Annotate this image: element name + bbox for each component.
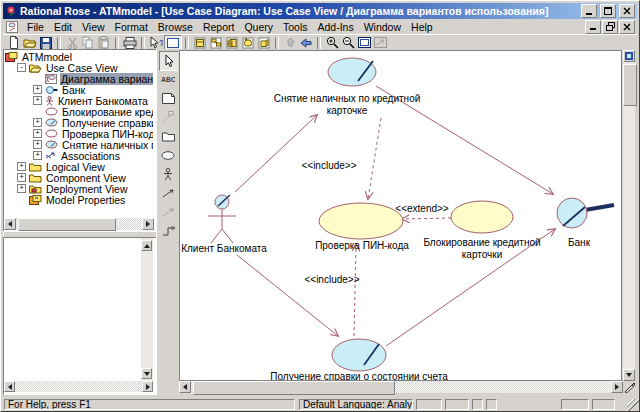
- tree-item-use-case-diagram[interactable]: Диаграмма вариантов использования: [5, 73, 153, 84]
- tree-item-client[interactable]: + Клиент Банкомата: [5, 95, 153, 106]
- tree-item-use-case-view[interactable]: - Use Case View: [5, 62, 153, 73]
- use-case-diagram-canvas[interactable]: <<include>> <<include>> <<extend>> Сняти…: [179, 50, 622, 381]
- menu-help[interactable]: Help: [406, 20, 438, 34]
- tree-item-associations[interactable]: + Associations: [5, 150, 153, 161]
- browse-parent-icon[interactable]: [282, 36, 298, 50]
- expand-icon[interactable]: +: [17, 162, 26, 171]
- doc-horizontal-scrollbar[interactable]: [4, 381, 153, 392]
- expand-icon[interactable]: +: [33, 96, 42, 105]
- diagram-navigator-icon[interactable]: [623, 50, 635, 62]
- mdi-child-icon[interactable]: [6, 21, 19, 33]
- dependency-tool-icon[interactable]: [159, 203, 177, 221]
- save-icon[interactable]: [38, 36, 54, 50]
- tree-item-withdraw[interactable]: + Снятие наличных по кредитной карточке: [5, 139, 153, 150]
- note-tool-icon[interactable]: [159, 89, 177, 107]
- canvas-horizontal-scrollbar[interactable]: [179, 381, 623, 393]
- collapse-icon[interactable]: -: [17, 63, 26, 72]
- browse-state-machine-diagram-icon[interactable]: [240, 36, 256, 50]
- paste-icon[interactable]: [96, 36, 112, 50]
- zoom-out-icon[interactable]: [340, 36, 356, 50]
- tree-item-bank[interactable]: + Банк: [5, 84, 153, 95]
- actor-bank[interactable]: Банк: [557, 198, 614, 248]
- mdi-close-button[interactable]: [619, 20, 635, 34]
- tree-item-deployment-view[interactable]: + Deployment View: [5, 183, 153, 194]
- expand-icon[interactable]: +: [17, 173, 26, 182]
- tree-item-block-card[interactable]: Блокирование кредитной карточки: [5, 106, 153, 117]
- scroll-right-icon[interactable]: [142, 381, 153, 392]
- new-model-icon[interactable]: [6, 36, 22, 50]
- menu-format[interactable]: Format: [110, 20, 153, 34]
- browse-class-diagram-icon[interactable]: [192, 36, 208, 50]
- scrollbar-thumb[interactable]: [18, 218, 116, 231]
- tree-item-check-pin[interactable]: + Проверка ПИН-кода: [5, 128, 153, 139]
- browse-previous-icon[interactable]: [298, 36, 314, 50]
- zoom-in-icon[interactable]: [324, 36, 340, 50]
- expand-icon[interactable]: +: [33, 85, 42, 94]
- expand-icon[interactable]: +: [33, 140, 42, 149]
- tree-item-logical-view[interactable]: + Logical View: [5, 161, 153, 172]
- tree-item-atmmodel[interactable]: ATMmodel: [5, 51, 153, 62]
- menu-edit[interactable]: Edit: [49, 20, 77, 34]
- expand-icon[interactable]: +: [33, 151, 42, 160]
- scroll-right-icon[interactable]: [142, 218, 154, 230]
- menu-add-ins[interactable]: Add-Ins: [313, 20, 359, 34]
- menu-tools[interactable]: Tools: [278, 20, 313, 34]
- scroll-up-icon[interactable]: [141, 240, 152, 251]
- include-accountinfo-checkpin[interactable]: [354, 244, 356, 336]
- scroll-left-icon[interactable]: [4, 218, 16, 230]
- print-icon[interactable]: [122, 36, 138, 50]
- scrollbar-thumb[interactable]: [623, 64, 637, 106]
- association-client-accountinfo[interactable]: [237, 255, 338, 336]
- browse-component-diagram-icon[interactable]: [224, 36, 240, 50]
- scroll-right-icon[interactable]: [611, 381, 623, 393]
- documentation-panel[interactable]: [3, 237, 157, 395]
- copy-icon[interactable]: [80, 36, 96, 50]
- scroll-left-icon[interactable]: [179, 381, 191, 393]
- package-tool-icon[interactable]: [159, 127, 177, 145]
- actor-client[interactable]: Клиент Банкомата: [181, 195, 267, 254]
- use-case-account-info[interactable]: Получение справки о состоянии счета: [270, 339, 448, 380]
- selector-tool-icon[interactable]: [159, 51, 179, 71]
- text-tool-icon[interactable]: ABC: [159, 70, 177, 88]
- unidirectional-association-tool-icon[interactable]: [159, 184, 177, 202]
- menu-view[interactable]: View: [77, 20, 110, 34]
- use-case-withdraw-cash[interactable]: Снятие наличных по кредитной карточке: [274, 58, 421, 116]
- include-withdraw-checkpin[interactable]: [368, 118, 381, 199]
- actor-tool-icon[interactable]: [159, 165, 177, 183]
- undo-fit-icon[interactable]: [372, 36, 388, 50]
- scrollbar-thumb[interactable]: [193, 381, 395, 395]
- menu-window[interactable]: Window: [359, 20, 406, 34]
- menu-browse[interactable]: Browse: [153, 20, 198, 34]
- mdi-minimize-button[interactable]: [585, 20, 601, 34]
- menu-report[interactable]: Report: [198, 20, 240, 34]
- open-model-icon[interactable]: [22, 36, 38, 50]
- context-help-icon[interactable]: ?: [148, 36, 164, 50]
- expand-icon[interactable]: +: [17, 184, 26, 193]
- mdi-restore-button[interactable]: [602, 20, 618, 34]
- use-case-tool-icon[interactable]: [159, 146, 177, 164]
- canvas-vertical-scrollbar[interactable]: [623, 50, 635, 381]
- generalization-tool-icon[interactable]: [159, 222, 177, 240]
- anchor-note-tool-icon[interactable]: [159, 108, 177, 126]
- resize-grip[interactable]: [627, 399, 639, 411]
- tree-horizontal-scrollbar[interactable]: [4, 218, 154, 230]
- doc-vertical-scrollbar[interactable]: [141, 238, 153, 381]
- fit-in-window-icon[interactable]: [356, 36, 372, 50]
- tree-item-account-info[interactable]: + Получение справки о состоянии счета: [5, 117, 153, 128]
- browse-interaction-diagram-icon[interactable]: [208, 36, 224, 50]
- browse-deployment-diagram-icon[interactable]: [256, 36, 272, 50]
- expand-icon[interactable]: +: [33, 118, 42, 127]
- tree-item-component-view[interactable]: + Component View: [5, 172, 153, 183]
- scroll-down-icon[interactable]: [141, 368, 152, 379]
- extend-blockcard-checkpin[interactable]: [402, 218, 451, 219]
- menu-file[interactable]: File: [22, 20, 49, 34]
- use-case-check-pin[interactable]: Проверка ПИН-кода: [315, 203, 409, 251]
- expand-icon[interactable]: +: [33, 129, 42, 138]
- maximize-button[interactable]: [600, 4, 616, 18]
- minimize-button[interactable]: [581, 4, 597, 18]
- scroll-left-icon[interactable]: [4, 381, 15, 392]
- menu-query[interactable]: Query: [239, 20, 278, 34]
- cut-icon[interactable]: [64, 36, 80, 50]
- association-client-withdraw[interactable]: [235, 115, 317, 192]
- close-button[interactable]: [619, 4, 635, 18]
